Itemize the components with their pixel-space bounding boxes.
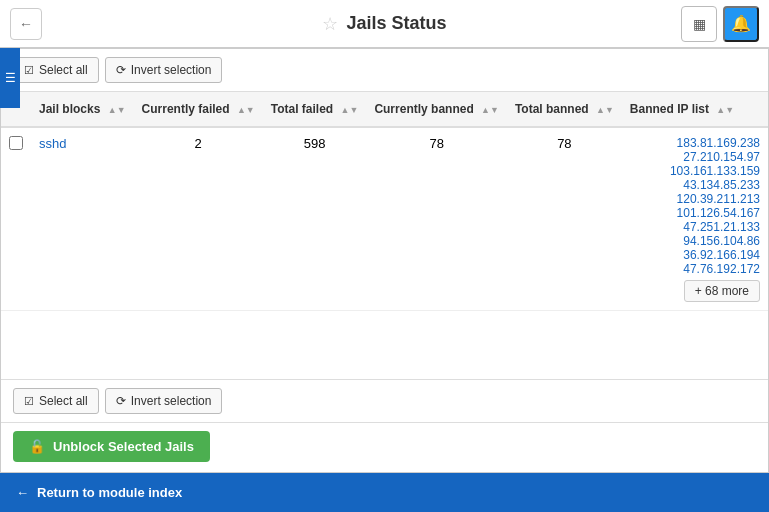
ip-address-link[interactable]: 47.251.21.133 [630,220,760,234]
main-content: ☑ Select all ⟳ Invert selection Jail blo… [0,48,769,473]
currently-banned-cell: 78 [366,127,507,311]
col-currently-failed-label: Currently failed [142,102,230,116]
ip-address-link[interactable]: 120.39.211.213 [630,192,760,206]
col-banned-ip-label: Banned IP list [630,102,709,116]
invert-selection-label-top: Invert selection [131,63,212,77]
ip-address-link[interactable]: 101.126.54.167 [630,206,760,220]
sort-arrows-jail[interactable]: ▲▼ [108,105,126,115]
ip-address-link[interactable]: 43.134.85.233 [630,178,760,192]
ip-address-link[interactable]: 27.210.154.97 [630,150,760,164]
col-header-currently-banned[interactable]: Currently banned ▲▼ [366,92,507,127]
table-body: sshd25987878183.81.169.23827.210.154.971… [1,127,768,311]
invert-icon: ⟳ [116,63,126,77]
star-icon[interactable]: ☆ [322,13,338,35]
sidebar-toggle[interactable]: ☰ [0,48,20,108]
select-all-label-top: Select all [39,63,88,77]
sort-arrows-tb[interactable]: ▲▼ [596,105,614,115]
banned-ip-list-cell: 183.81.169.23827.210.154.97103.161.133.1… [622,127,768,311]
ip-address-link[interactable]: 94.156.104.86 [630,234,760,248]
row-checkbox-cell [1,127,31,311]
ip-address-link[interactable]: 183.81.169.238 [630,136,760,150]
table-row: sshd25987878183.81.169.23827.210.154.971… [1,127,768,311]
invert-selection-button-bottom[interactable]: ⟳ Invert selection [105,388,223,414]
unblock-label: Unblock Selected Jails [53,439,194,454]
bell-icon: 🔔 [731,14,751,33]
page-title: Jails Status [346,13,446,34]
back-button[interactable]: ← [10,8,42,40]
footer: ← Return to module index [0,473,769,512]
menu-icon: ☰ [5,71,16,85]
currently-failed-cell: 2 [134,127,263,311]
app-header: ← ☆ Jails Status ▦ 🔔 [0,0,769,48]
select-all-button-top[interactable]: ☑ Select all [13,57,99,83]
col-total-failed-label: Total failed [271,102,333,116]
ip-address-link[interactable]: 103.161.133.159 [630,164,760,178]
checkbox-icon-bottom: ☑ [24,395,34,408]
jail-link[interactable]: sshd [39,136,66,151]
top-toolbar: ☑ Select all ⟳ Invert selection [1,49,768,92]
return-label: Return to module index [37,485,182,500]
total-failed-cell: 598 [263,127,367,311]
col-currently-banned-label: Currently banned [374,102,473,116]
col-header-total-banned[interactable]: Total banned ▲▼ [507,92,622,127]
unblock-selected-button[interactable]: 🔓 Unblock Selected Jails [13,431,210,462]
unblock-icon: 🔓 [29,439,45,454]
col-header-currently-failed[interactable]: Currently failed ▲▼ [134,92,263,127]
checkbox-icon: ☑ [24,64,34,77]
col-total-banned-label: Total banned [515,102,589,116]
sort-arrows-cf[interactable]: ▲▼ [237,105,255,115]
sort-arrows-ip[interactable]: ▲▼ [716,105,734,115]
more-ips-link[interactable]: + 68 more [684,280,760,302]
filter-button[interactable]: ▦ [681,6,717,42]
ip-address-link[interactable]: 36.92.166.194 [630,248,760,262]
filter-icon: ▦ [693,16,706,32]
jails-table: Jail blocks ▲▼ Currently failed ▲▼ Total… [1,92,768,311]
back-icon: ← [19,16,33,32]
ip-address-link[interactable]: 47.76.192.172 [630,262,760,276]
invert-selection-button-top[interactable]: ⟳ Invert selection [105,57,223,83]
invert-selection-label-bottom: Invert selection [131,394,212,408]
notifications-button[interactable]: 🔔 [723,6,759,42]
col-header-total-failed[interactable]: Total failed ▲▼ [263,92,367,127]
row-checkbox[interactable] [9,136,23,150]
col-header-jail-blocks[interactable]: Jail blocks ▲▼ [31,92,134,127]
unblock-section: 🔓 Unblock Selected Jails [1,422,768,472]
bottom-toolbar: ☑ Select all ⟳ Invert selection [1,379,768,422]
header-title-group: ☆ Jails Status [322,13,446,35]
jail-name-cell: sshd [31,127,134,311]
sort-arrows-cb[interactable]: ▲▼ [481,105,499,115]
sort-arrows-tf[interactable]: ▲▼ [341,105,359,115]
return-to-module-button[interactable]: ← Return to module index [0,473,769,512]
total-banned-cell: 78 [507,127,622,311]
col-header-banned-ip[interactable]: Banned IP list ▲▼ [622,92,768,127]
return-arrow-icon: ← [16,485,29,500]
table-header: Jail blocks ▲▼ Currently failed ▲▼ Total… [1,92,768,127]
invert-icon-bottom: ⟳ [116,394,126,408]
select-all-button-bottom[interactable]: ☑ Select all [13,388,99,414]
jails-table-container: Jail blocks ▲▼ Currently failed ▲▼ Total… [1,92,768,379]
col-jail-blocks-label: Jail blocks [39,102,100,116]
select-all-label-bottom: Select all [39,394,88,408]
